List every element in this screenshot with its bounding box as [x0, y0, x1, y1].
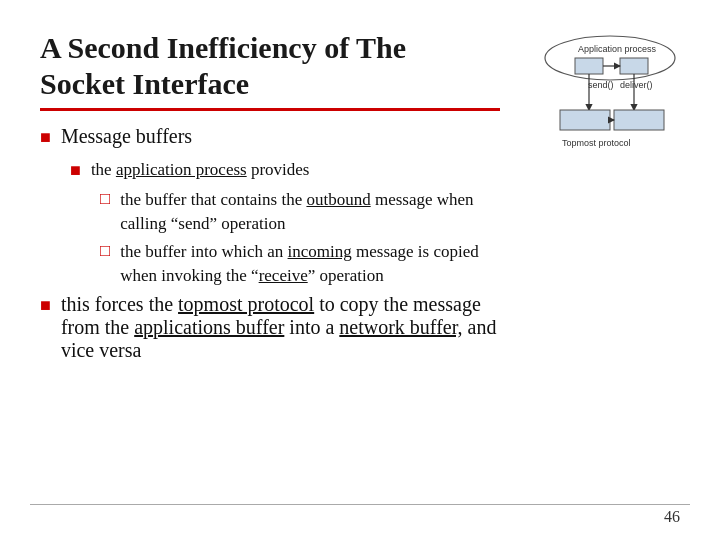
sub-sub-text-outbound: the buffer that contains the outbound me… — [120, 188, 500, 236]
sub-sub-bullet-1: □ — [100, 189, 110, 209]
page-number: 46 — [664, 508, 680, 526]
sub-sub-item-outbound: □ the buffer that contains the outbound … — [100, 188, 500, 236]
content-area: ■ Message buffers ■ the application proc… — [40, 125, 500, 362]
message-buffers-label: Message buffers — [61, 125, 192, 148]
main-bullet2-icon: ■ — [40, 295, 51, 316]
bullet-message-buffers: ■ Message buffers — [40, 125, 500, 148]
slide: Application process send() deliver() Top… — [0, 0, 720, 540]
sub-item-appprocess: ■ the application process provides — [70, 158, 500, 182]
sub-sub-text-incoming: the buffer into which an incoming messag… — [120, 240, 500, 288]
sub-list: ■ the application process provides □ the… — [70, 158, 500, 288]
sub-sub-bullet-2: □ — [100, 241, 110, 261]
bottom-divider — [30, 504, 690, 505]
svg-point-0 — [545, 36, 675, 80]
sub-sub-list: □ the buffer that contains the outbound … — [100, 188, 500, 288]
svg-rect-3 — [620, 58, 648, 74]
sub-bullet-icon: ■ — [70, 160, 81, 181]
svg-rect-10 — [614, 110, 664, 130]
main-bullet-icon: ■ — [40, 127, 51, 148]
title-area: A Second Inefficiency of The Socket Inte… — [40, 30, 500, 111]
diagram: Application process send() deliver() Top… — [490, 30, 690, 190]
main-bullet2-text: this forces the topmost protocol to copy… — [61, 293, 500, 362]
svg-rect-9 — [560, 110, 610, 130]
bullet-topmost-protocol: ■ this forces the topmost protocol to co… — [40, 293, 500, 362]
sub-sub-item-incoming: □ the buffer into which an incoming mess… — [100, 240, 500, 288]
svg-text:Application process: Application process — [578, 44, 657, 54]
svg-rect-2 — [575, 58, 603, 74]
slide-title: A Second Inefficiency of The Socket Inte… — [40, 30, 500, 102]
svg-text:send(): send() — [588, 80, 614, 90]
svg-text:deliver(): deliver() — [620, 80, 653, 90]
sub-item-text: the application process provides — [91, 158, 310, 182]
svg-text:Topmost protocol: Topmost protocol — [562, 138, 631, 148]
title-underline — [40, 108, 500, 111]
